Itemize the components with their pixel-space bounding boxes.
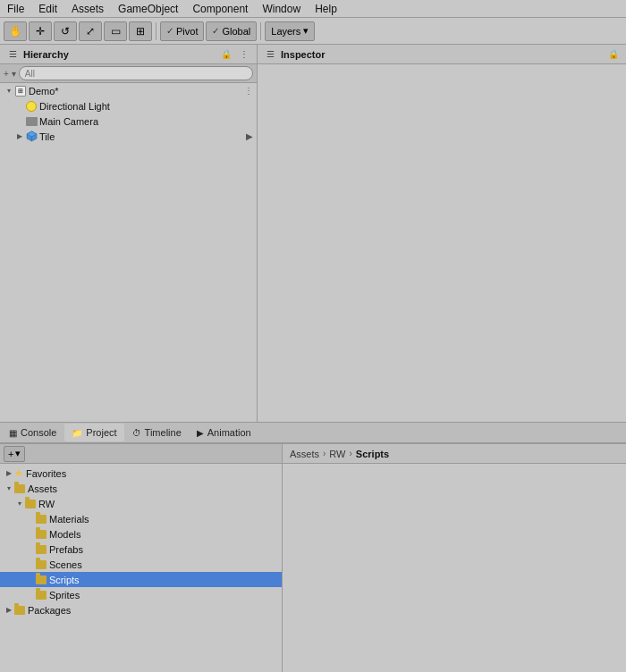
menu-edit[interactable]: Edit bbox=[35, 2, 61, 16]
expand-arrow-favorites[interactable]: ▶ bbox=[4, 468, 14, 479]
hierarchy-item-maincamera: Main Camera bbox=[39, 116, 98, 127]
hierarchy-lock-icon[interactable]: 🔒 bbox=[219, 47, 233, 62]
menu-window[interactable]: Window bbox=[258, 2, 304, 16]
search-arrow-icon: ▾ bbox=[12, 69, 16, 79]
scale-tool-btn[interactable]: ⤢ bbox=[79, 21, 102, 41]
layers-dropdown-icon: ▾ bbox=[303, 25, 309, 37]
hierarchy-more-icon[interactable]: ⋮ bbox=[237, 47, 251, 62]
project-item-models: Models bbox=[49, 529, 80, 540]
list-item[interactable]: ▶ Tile ▶ bbox=[0, 129, 257, 144]
prefabs-folder-icon bbox=[36, 545, 47, 554]
global-check: ✓ bbox=[212, 26, 219, 36]
scripts-folder-icon bbox=[36, 575, 47, 584]
project-area: + ▾ ▶ ★ Favorites ▾ Assets ▾ RW bbox=[0, 443, 626, 672]
models-folder-icon bbox=[36, 530, 47, 539]
list-item[interactable]: Scenes bbox=[0, 557, 282, 572]
list-item[interactable]: ▾ ⊞ Demo* ⋮ bbox=[0, 83, 257, 98]
inspector-content bbox=[258, 64, 626, 422]
move-tool-btn[interactable]: ✛ bbox=[29, 21, 52, 41]
hierarchy-header: ☰ Hierarchy 🔒 ⋮ bbox=[0, 45, 257, 64]
hierarchy-search-bar: + ▾ bbox=[0, 64, 257, 83]
breadcrumb-rw[interactable]: RW bbox=[329, 449, 345, 459]
project-item-rw: RW bbox=[38, 499, 55, 509]
menu-help[interactable]: Help bbox=[311, 2, 341, 16]
packages-folder-icon bbox=[14, 606, 25, 615]
project-item-assets: Assets bbox=[28, 483, 57, 494]
expand-arrow-demo[interactable]: ▾ bbox=[4, 86, 14, 97]
inspector-panel: ☰ Inspector 🔒 bbox=[258, 45, 626, 422]
tab-console[interactable]: ▦ Console bbox=[2, 424, 63, 441]
toolbar: ✋ ✛ ↺ ⤢ ▭ ⊞ ✓ Pivot ✓ Global Layers ▾ bbox=[0, 18, 626, 45]
menu-component[interactable]: Component bbox=[189, 2, 251, 16]
expand-arrow-packages[interactable]: ▶ bbox=[4, 605, 14, 616]
camera-icon bbox=[25, 115, 38, 128]
inspector-lock-icon[interactable]: 🔒 bbox=[606, 47, 621, 62]
expand-arrow-rw[interactable]: ▾ bbox=[14, 499, 25, 509]
list-item[interactable]: ▶ ★ Favorites bbox=[0, 466, 282, 481]
list-item[interactable]: Scripts bbox=[0, 572, 282, 587]
list-item[interactable]: Sprites bbox=[0, 587, 282, 602]
list-item[interactable]: Models bbox=[0, 526, 282, 542]
rotate-tool-btn[interactable]: ↺ bbox=[54, 21, 77, 41]
project-item-scripts: Scripts bbox=[49, 575, 80, 585]
hierarchy-item-tile: Tile bbox=[39, 131, 55, 142]
add-dropdown-icon: ▾ bbox=[15, 448, 21, 459]
project-item-scenes: Scenes bbox=[49, 559, 82, 570]
expand-arrow-sprites bbox=[25, 590, 36, 601]
hierarchy-item-more-icon[interactable]: ⋮ bbox=[244, 86, 253, 96]
pivot-btn[interactable]: ✓ Pivot bbox=[160, 21, 204, 41]
console-icon: ▦ bbox=[9, 428, 17, 438]
list-item[interactable]: ▾ Assets bbox=[0, 481, 282, 496]
list-item[interactable]: Directional Light bbox=[0, 98, 257, 113]
rect-tool-btn[interactable]: ▭ bbox=[104, 21, 127, 41]
separator-2 bbox=[260, 22, 261, 40]
project-tree-content: ▶ ★ Favorites ▾ Assets ▾ RW Materials bbox=[0, 464, 282, 672]
breadcrumb: Assets › RW › Scripts bbox=[283, 444, 626, 464]
star-icon: ★ bbox=[14, 467, 23, 479]
global-btn[interactable]: ✓ Global bbox=[206, 21, 257, 41]
project-item-materials: Materials bbox=[49, 514, 89, 525]
project-item-sprites: Sprites bbox=[49, 590, 80, 601]
tab-timeline[interactable]: ⏱ Timeline bbox=[125, 424, 189, 441]
list-item[interactable]: Main Camera bbox=[0, 113, 257, 129]
menu-assets[interactable]: Assets bbox=[68, 2, 107, 16]
list-item[interactable]: ▾ RW bbox=[0, 496, 282, 511]
transform-tool-btn[interactable]: ⊞ bbox=[129, 21, 152, 41]
tab-console-label: Console bbox=[21, 427, 56, 438]
separator-1 bbox=[156, 22, 156, 40]
cube-icon bbox=[25, 130, 38, 143]
tile-expand-arrow[interactable]: ▶ bbox=[246, 131, 253, 141]
project-toolbar: + ▾ bbox=[0, 444, 282, 464]
project-item-prefabs: Prefabs bbox=[49, 544, 83, 555]
list-item[interactable]: ▶ Packages bbox=[0, 602, 282, 617]
layers-label: Layers bbox=[271, 26, 300, 37]
project-add-btn[interactable]: + ▾ bbox=[4, 446, 25, 462]
list-item[interactable]: Materials bbox=[0, 511, 282, 526]
bottom-tab-bar: ▦ Console 📁 Project ⏱ Timeline ▶ Animati… bbox=[0, 422, 626, 443]
add-label: + bbox=[8, 449, 13, 459]
layers-btn[interactable]: Layers ▾ bbox=[265, 21, 315, 41]
tool-group: ✋ ✛ ↺ ⤢ ▭ ⊞ bbox=[4, 21, 152, 41]
global-label: Global bbox=[222, 26, 250, 37]
scene-icon: ⊞ bbox=[14, 85, 27, 97]
scenes-folder-icon bbox=[36, 560, 47, 569]
hierarchy-menu-icon[interactable]: ☰ bbox=[5, 47, 20, 62]
tab-project[interactable]: 📁 Project bbox=[64, 424, 123, 441]
breadcrumb-scripts[interactable]: Scripts bbox=[356, 449, 389, 459]
menu-file[interactable]: File bbox=[4, 2, 28, 16]
search-icon: + bbox=[4, 69, 9, 79]
inspector-menu-icon[interactable]: ☰ bbox=[263, 47, 277, 62]
tab-animation[interactable]: ▶ Animation bbox=[190, 424, 258, 441]
breadcrumb-assets[interactable]: Assets bbox=[290, 449, 319, 459]
expand-arrow-assets[interactable]: ▾ bbox=[4, 483, 14, 494]
timeline-icon: ⏱ bbox=[132, 428, 141, 438]
list-item[interactable]: Prefabs bbox=[0, 542, 282, 557]
menu-gameobject[interactable]: GameObject bbox=[114, 2, 182, 16]
expand-arrow-scripts bbox=[25, 575, 36, 585]
expand-arrow-materials bbox=[25, 514, 36, 525]
expand-arrow-tile[interactable]: ▶ bbox=[14, 131, 25, 142]
expand-arrow-prefabs bbox=[25, 544, 36, 555]
inspector-header: ☰ Inspector 🔒 bbox=[258, 45, 626, 64]
hierarchy-search-input[interactable] bbox=[19, 66, 253, 80]
hand-tool-btn[interactable]: ✋ bbox=[4, 21, 27, 41]
